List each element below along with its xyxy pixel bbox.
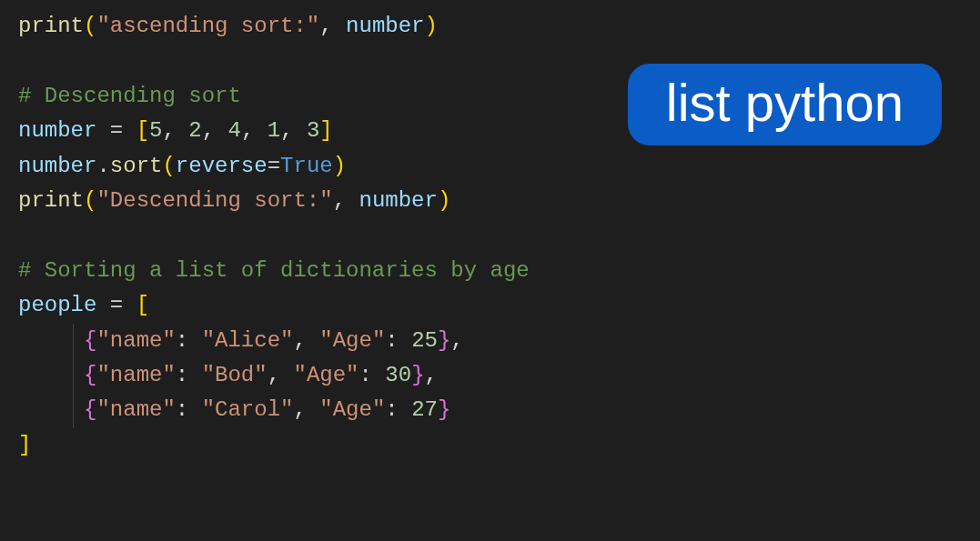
string-literal: "Descending sort:" [96,188,332,213]
dict-entry: {"name": "Bod", "Age": 30}, [18,358,962,393]
dict-value: 30 [385,363,411,387]
number-literal: 3 [307,118,319,143]
code-line: print("ascending sort:", number) [18,9,962,44]
code-line: number.sort(reverse=True) [18,149,962,184]
dict-key: "Age" [319,397,385,422]
dict-key: "name" [96,363,175,387]
dict-entry: {"name": "Carol", "Age": 27} [18,393,962,427]
variable: people [18,293,96,317]
code-line: people = [ [18,288,962,323]
keyword-arg: reverse [176,154,268,178]
dict-value: "Alice" [202,328,294,353]
constant: True [280,154,333,178]
dict-key: "Age" [293,363,359,387]
function-call: print [18,188,84,213]
dict-value: 27 [411,397,438,422]
variable: number [18,154,96,178]
dict-key: "Age" [319,328,385,353]
dict-key: "name" [96,397,175,422]
string-literal: "ascending sort:" [96,14,319,38]
dict-value: "Carol" [202,397,294,422]
dict-value: "Bod" [202,363,268,387]
number-literal: 5 [149,118,162,143]
title-badge: list python [628,64,942,145]
method-call: sort [110,154,163,178]
variable: number [346,14,424,38]
blank-line [18,218,962,253]
dict-entry: {"name": "Alice", "Age": 25}, [18,324,962,358]
dict-value: 25 [411,328,438,353]
number-literal: 1 [268,118,280,143]
function-call: print [18,14,84,38]
code-line: ] [18,428,962,463]
variable: number [18,118,96,143]
code-line: print("Descending sort:", number) [18,184,962,218]
comment-line: # Sorting a list of dictionaries by age [18,254,962,288]
number-literal: 4 [227,118,240,143]
variable: number [359,188,437,213]
dict-key: "name" [96,328,175,353]
number-literal: 2 [188,118,201,143]
